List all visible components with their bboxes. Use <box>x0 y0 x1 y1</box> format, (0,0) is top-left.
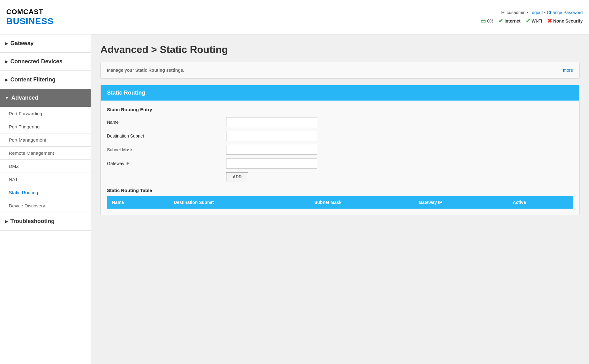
sidebar-item-remote-management[interactable]: Remote Management <box>0 146 91 159</box>
sidebar-item-advanced-label: Advanced <box>11 95 38 101</box>
col-name: Name <box>107 196 169 209</box>
sidebar-item-nat[interactable]: NAT <box>0 173 91 186</box>
sidebar-item-troubleshooting-label: Troubleshooting <box>10 218 55 225</box>
destination-subnet-input[interactable] <box>226 131 317 141</box>
page-title: Advanced > Static Routing <box>100 44 580 55</box>
name-row: Name <box>107 117 573 127</box>
battery-pct: 0% <box>487 18 493 23</box>
troubleshooting-arrow-icon: ▶ <box>5 219 8 224</box>
header: COMCAST BUSINESS Hi cusadmin • Logout • … <box>0 0 589 34</box>
gateway-ip-label: Gateway IP <box>107 161 226 166</box>
change-password-link[interactable]: Change Password <box>547 10 583 15</box>
col-destination-subnet: Destination Subnet <box>169 196 309 209</box>
internet-status: ✔ Internet <box>498 18 520 24</box>
sidebar-item-port-forwarding[interactable]: Port Forwarding <box>0 107 91 120</box>
separator2: • <box>544 10 547 15</box>
main-content: Advanced > Static Routing Manage your St… <box>91 34 589 364</box>
logo-comcast: COMCAST <box>6 8 54 16</box>
col-gateway-ip: Gateway IP <box>414 196 508 209</box>
subnet-mask-input[interactable] <box>226 145 317 155</box>
logout-link[interactable]: Logout <box>529 10 543 15</box>
sidebar-item-advanced[interactable]: ▼ Advanced <box>0 89 91 107</box>
wifi-check-icon: ✔ <box>526 18 530 24</box>
table-header-row: Name Destination Subnet Subnet Mask Gate… <box>107 196 573 209</box>
header-status: ▭ 0% ✔ Internet ✔ Wi-Fi ✖ None Security <box>480 18 583 24</box>
logo-business: BUSINESS <box>6 16 54 27</box>
info-box: Manage your Static Routing settings. mor… <box>100 62 580 79</box>
sidebar-section-advanced: ▼ Advanced Port Forwarding Port Triggeri… <box>0 89 91 212</box>
advanced-arrow-icon: ▼ <box>5 96 9 100</box>
advanced-sub-items: Port Forwarding Port Triggering Port Man… <box>0 107 91 212</box>
sidebar-item-connected-devices-label: Connected Devices <box>10 58 62 65</box>
more-link[interactable]: more <box>563 68 573 73</box>
destination-subnet-label: Destination Subnet <box>107 133 226 138</box>
routing-table: Name Destination Subnet Subnet Mask Gate… <box>107 196 573 209</box>
sidebar-item-content-filtering[interactable]: ▶ Content Filtering <box>0 71 91 89</box>
sidebar-item-dmz[interactable]: DMZ <box>0 159 91 173</box>
sidebar-item-device-discovery[interactable]: Device Discovery <box>0 199 91 212</box>
subnet-mask-label: Subnet Mask <box>107 147 226 152</box>
wifi-label: Wi-Fi <box>532 18 542 23</box>
gateway-arrow-icon: ▶ <box>5 41 8 46</box>
user-greeting: Hi cusadmin <box>501 10 525 15</box>
sidebar-section-content-filtering: ▶ Content Filtering <box>0 71 91 89</box>
sidebar: ▶ Gateway ▶ Connected Devices ▶ Content … <box>0 34 91 364</box>
gateway-ip-input[interactable] <box>226 159 317 169</box>
info-box-text: Manage your Static Routing settings. <box>107 68 184 73</box>
name-input[interactable] <box>226 117 317 127</box>
col-active: Active <box>508 196 573 209</box>
subnet-mask-row: Subnet Mask <box>107 145 573 155</box>
sidebar-item-port-triggering[interactable]: Port Triggering <box>0 120 91 133</box>
logo: COMCAST BUSINESS <box>6 8 54 27</box>
static-routing-card: Static Routing Static Routing Entry Name… <box>100 85 580 215</box>
gateway-ip-row: Gateway IP <box>107 159 573 169</box>
layout: ▶ Gateway ▶ Connected Devices ▶ Content … <box>0 34 589 364</box>
sidebar-item-troubleshooting[interactable]: ▶ Troubleshooting <box>0 212 91 230</box>
wifi-status: ✔ Wi-Fi <box>526 18 542 24</box>
sidebar-item-content-filtering-label: Content Filtering <box>10 76 56 83</box>
form-section-title: Static Routing Entry <box>107 107 573 112</box>
battery-icon: ▭ <box>480 18 486 24</box>
internet-label: Internet <box>504 18 520 23</box>
form-actions: ADD <box>226 172 573 181</box>
security-x-icon: ✖ <box>547 18 552 24</box>
connected-devices-arrow-icon: ▶ <box>5 60 8 64</box>
internet-check-icon: ✔ <box>498 18 503 24</box>
sidebar-item-static-routing[interactable]: Static Routing <box>0 186 91 199</box>
card-header: Static Routing <box>101 85 579 101</box>
sidebar-item-gateway-label: Gateway <box>10 40 34 47</box>
table-section-title: Static Routing Table <box>107 188 573 193</box>
content-filtering-arrow-icon: ▶ <box>5 78 8 82</box>
sidebar-section-gateway: ▶ Gateway <box>0 34 91 53</box>
header-user: Hi cusadmin • Logout • Change Password <box>480 10 583 15</box>
add-button[interactable]: ADD <box>226 172 248 181</box>
sidebar-item-connected-devices[interactable]: ▶ Connected Devices <box>0 53 91 70</box>
sidebar-item-port-management[interactable]: Port Management <box>0 133 91 146</box>
security-label: None Security <box>553 18 583 23</box>
sidebar-section-troubleshooting: ▶ Troubleshooting <box>0 212 91 231</box>
sidebar-item-gateway[interactable]: ▶ Gateway <box>0 34 91 52</box>
sidebar-section-connected-devices: ▶ Connected Devices <box>0 53 91 71</box>
security-status: ✖ None Security <box>547 18 583 24</box>
header-right: Hi cusadmin • Logout • Change Password ▭… <box>480 10 583 24</box>
col-subnet-mask: Subnet Mask <box>309 196 414 209</box>
separator1: • <box>527 10 529 15</box>
card-body: Static Routing Entry Name Destination Su… <box>101 101 579 215</box>
name-label: Name <box>107 120 226 125</box>
battery-status: ▭ 0% <box>480 18 493 24</box>
destination-subnet-row: Destination Subnet <box>107 131 573 141</box>
